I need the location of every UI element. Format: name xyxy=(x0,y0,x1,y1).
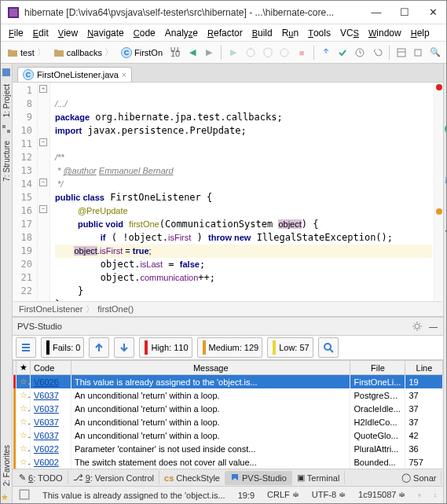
gradle-icon[interactable] xyxy=(444,123,447,136)
tab-checkstyle[interactable]: csCheckStyle xyxy=(159,472,225,484)
status-position[interactable]: 19:9 xyxy=(235,491,258,500)
table-row[interactable]: ☆ V6002 The switch statement does not co… xyxy=(13,455,443,469)
status-context[interactable]: 1c915087 ≑ xyxy=(355,490,409,500)
menu-file[interactable]: File xyxy=(4,26,28,40)
tab-sonar[interactable]: ◯Sonar xyxy=(397,471,442,484)
menu-refactor[interactable]: Refactor xyxy=(203,26,247,40)
code-link[interactable]: V6037 xyxy=(34,418,59,427)
favorites-tool-icon[interactable]: ★ xyxy=(1,492,12,503)
editor-tab-firstonelistener[interactable]: C FirstOneListener.java × xyxy=(17,67,132,82)
tab-todo[interactable]: ✎6: TODO xyxy=(14,471,68,484)
star-icon[interactable]: ☆ xyxy=(20,430,31,440)
run-button[interactable]: ▶ xyxy=(225,44,241,61)
code-link[interactable]: V6022 xyxy=(34,444,59,454)
status-encoding[interactable]: UTF-8 ≑ xyxy=(309,490,349,500)
table-row[interactable]: ☆ V6037 An unconditional 'return' within… xyxy=(13,429,443,442)
high-filter-button[interactable]: High: 110 xyxy=(139,337,192,358)
table-row[interactable]: ☆ V6037 An unconditional 'return' within… xyxy=(13,402,443,415)
star-icon[interactable]: ☆ xyxy=(20,417,31,426)
project-tool-icon[interactable] xyxy=(1,67,12,78)
fold-plus-icon[interactable]: + xyxy=(39,85,47,93)
editor-area[interactable]: 18910111213141516171819202122 + − − − /.… xyxy=(13,83,443,301)
star-icon[interactable]: ☆ xyxy=(20,443,31,453)
fold-minus-icon[interactable]: − xyxy=(39,178,47,186)
menu-tools[interactable]: Tools xyxy=(303,26,335,40)
lock-icon[interactable] xyxy=(415,491,424,500)
table-row[interactable]: ☆ V6037 An unconditional 'return' within… xyxy=(13,388,443,402)
nav-forward-button[interactable]: ▶ xyxy=(202,44,218,61)
minimize-button[interactable]: — xyxy=(369,6,383,20)
menu-button[interactable] xyxy=(16,337,36,358)
breadcrumb-class[interactable]: FirstOneListener xyxy=(19,304,82,314)
code-link[interactable]: V6037 xyxy=(34,404,59,414)
nav-crumb-callbacks[interactable]: callbacks 〉 xyxy=(50,46,116,58)
error-stripe[interactable] xyxy=(434,83,443,301)
search-button[interactable] xyxy=(318,337,339,358)
star-icon[interactable]: ☆ xyxy=(20,377,31,386)
col-code[interactable]: Code xyxy=(31,361,71,375)
nav-crumb-test[interactable]: test 〉 xyxy=(4,46,49,58)
table-row[interactable]: ☆ V6037 An unconditional 'return' within… xyxy=(13,415,443,429)
col-message[interactable]: Message xyxy=(71,361,350,375)
nav-crumb-class[interactable]: C FirstOn xyxy=(118,47,166,58)
code-link[interactable]: V6002 xyxy=(34,458,59,467)
menu-navigate[interactable]: Navigate xyxy=(82,26,129,40)
medium-filter-button[interactable]: Medium: 129 xyxy=(197,337,263,358)
fold-minus-icon[interactable]: − xyxy=(39,205,47,213)
table-row[interactable]: ☆ V6026 This value is already assigned t… xyxy=(13,375,443,389)
debug-button[interactable] xyxy=(243,44,258,61)
star-icon[interactable]: ☆ xyxy=(20,390,31,399)
col-line[interactable]: Line xyxy=(405,361,443,375)
nav-back-button[interactable]: ◀ xyxy=(185,44,200,61)
binary-icon[interactable]: 0110 xyxy=(167,44,183,61)
breadcrumb-method[interactable]: firstOne() xyxy=(97,304,134,314)
tab-terminal[interactable]: ▣Terminal xyxy=(292,471,346,484)
tool-project[interactable]: 1: Project xyxy=(2,79,12,122)
fold-minus-icon[interactable]: − xyxy=(39,138,47,146)
inspector-icon[interactable] xyxy=(431,491,440,500)
star-icon[interactable]: ☆ xyxy=(20,457,31,466)
code-link[interactable]: V6037 xyxy=(34,391,59,400)
col-star[interactable]: ★ xyxy=(16,361,31,375)
maximize-button[interactable]: ☐ xyxy=(398,6,412,20)
code-link[interactable]: V6026 xyxy=(34,377,59,387)
status-icon[interactable] xyxy=(16,489,33,502)
status-eol[interactable]: CRLF ≑ xyxy=(264,490,302,500)
warning-marker-icon[interactable] xyxy=(436,208,442,215)
menu-run[interactable]: Run xyxy=(277,26,303,40)
menu-edit[interactable]: Edit xyxy=(28,26,53,40)
tab-version-control[interactable]: ⎇9: Version Control xyxy=(68,471,159,484)
menu-build[interactable]: Build xyxy=(247,26,277,40)
table-row[interactable]: ☆ V6022 Parameter 'container' is not use… xyxy=(13,442,443,455)
menu-view[interactable]: View xyxy=(53,26,82,40)
close-icon[interactable]: × xyxy=(122,71,126,79)
col-file[interactable]: File xyxy=(350,361,405,375)
star-icon[interactable]: ☆ xyxy=(20,403,31,413)
tool-favorites[interactable]: 2: Favorites xyxy=(2,440,12,491)
code-area[interactable]: /.../ package org.hibernate.jpa.test.cal… xyxy=(50,83,434,301)
profile-button[interactable] xyxy=(277,44,292,61)
vcs-update-icon[interactable] xyxy=(318,44,334,61)
ant-icon[interactable] xyxy=(444,67,447,79)
close-button[interactable]: ✕ xyxy=(426,6,440,20)
gear-icon[interactable] xyxy=(412,321,423,332)
pvs-table[interactable]: ★ Code Message File Line ☆ V6026 This va… xyxy=(13,360,443,469)
code-link[interactable]: V6037 xyxy=(34,431,59,440)
settings-icon[interactable] xyxy=(410,44,426,61)
menu-code[interactable]: Code xyxy=(129,26,160,40)
next-button[interactable] xyxy=(114,337,134,358)
menu-help[interactable]: Help xyxy=(406,26,434,40)
coverage-button[interactable] xyxy=(260,44,276,61)
stop-button[interactable]: ■ xyxy=(294,44,310,61)
fails-button[interactable]: Fails: 0 xyxy=(41,337,84,358)
vcs-history-icon[interactable] xyxy=(352,44,368,61)
hide-icon[interactable]: — xyxy=(427,321,438,332)
menu-analyze[interactable]: Analyze xyxy=(160,26,203,40)
vcs-revert-icon[interactable] xyxy=(369,44,385,61)
prev-button[interactable] xyxy=(89,337,109,358)
error-marker-icon[interactable] xyxy=(436,84,442,90)
tool-structure[interactable]: 7: Structure xyxy=(2,136,12,186)
search-icon[interactable]: 🔍 xyxy=(427,44,443,61)
menu-vcs[interactable]: VCS xyxy=(335,26,364,40)
low-filter-button[interactable]: Low: 57 xyxy=(267,337,313,358)
